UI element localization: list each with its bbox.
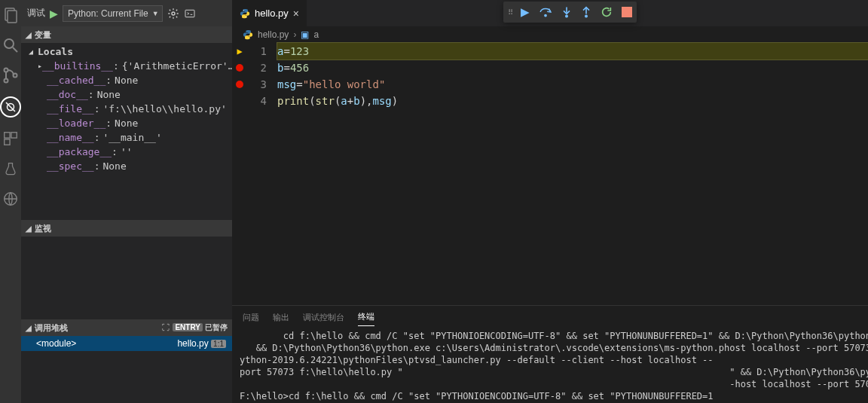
svg-rect-14 bbox=[185, 10, 194, 17]
variables-title: 变量 bbox=[35, 29, 51, 41]
breadcrumb[interactable]: hello.py › ▣ a bbox=[232, 26, 868, 43]
svg-rect-10 bbox=[11, 133, 17, 138]
code-editor[interactable]: ▶1234 a=123b=456msg="hello world"print(s… bbox=[232, 43, 868, 305]
variable-row[interactable]: __name__:'__main__' bbox=[21, 130, 232, 145]
breadcrumb-file: hello.py bbox=[258, 29, 289, 40]
callstack-header[interactable]: ◢调用堆栈⛶ENTRY 已暂停 bbox=[21, 319, 232, 336]
variable-value: None bbox=[102, 160, 126, 172]
restart-button[interactable] bbox=[601, 6, 613, 18]
variable-name: __builtins__ bbox=[42, 60, 113, 72]
svg-point-19 bbox=[585, 15, 587, 17]
line-number: 4 bbox=[247, 93, 277, 109]
variable-value: '' bbox=[121, 146, 133, 157]
sidebar-title: 调试 bbox=[27, 7, 45, 20]
variable-scope[interactable]: ◢ Locals bbox=[21, 44, 232, 59]
breakpoint-gutter[interactable]: ▶ bbox=[232, 43, 247, 60]
gutter: ▶1234 bbox=[232, 43, 277, 305]
svg-line-8 bbox=[6, 102, 15, 111]
tab-hello-py[interactable]: hello.py × bbox=[232, 0, 307, 26]
stop-button[interactable] bbox=[622, 7, 632, 17]
code-line[interactable]: print(str(a+b),msg) bbox=[277, 93, 868, 109]
variable-name: __spec__ bbox=[47, 160, 94, 172]
variable-row[interactable]: __package__:'' bbox=[21, 145, 232, 159]
extensions-icon[interactable] bbox=[2, 130, 20, 148]
panel-tabs: 问题 输出 调试控制台 终端 bbox=[232, 306, 868, 328]
line-number: 3 bbox=[247, 76, 277, 93]
search-icon[interactable] bbox=[2, 36, 20, 54]
python-icon bbox=[243, 29, 253, 40]
variable-value: None bbox=[115, 75, 138, 86]
symbol-icon: ▣ bbox=[301, 29, 309, 40]
remote-icon[interactable] bbox=[2, 190, 20, 208]
terminal-output[interactable]: cd f:\hello && cmd /C "set "PYTHONIOENCO… bbox=[232, 328, 868, 403]
gear-icon[interactable] bbox=[167, 8, 179, 20]
variable-name: __package__ bbox=[47, 146, 112, 157]
tab-terminal[interactable]: 终端 bbox=[358, 308, 374, 326]
start-debug-button[interactable]: ▶ bbox=[50, 8, 58, 20]
svg-point-5 bbox=[5, 79, 8, 83]
svg-rect-20 bbox=[622, 7, 632, 17]
watch-header[interactable]: ◢监视 bbox=[21, 220, 232, 237]
watch-body bbox=[21, 237, 232, 319]
variable-row[interactable]: ▸__builtins__:{'ArithmeticError'… bbox=[21, 59, 232, 73]
code-line[interactable]: b=456 bbox=[277, 60, 868, 76]
explorer-icon[interactable] bbox=[2, 6, 20, 24]
debug-config-select[interactable]: Python: Current File bbox=[63, 5, 163, 22]
variable-name: __file__ bbox=[47, 103, 94, 114]
svg-rect-9 bbox=[5, 133, 10, 138]
code-body: a=123b=456msg="hello world"print(str(a+b… bbox=[277, 43, 868, 305]
variable-value: '__main__' bbox=[102, 132, 161, 143]
breakpoint-gutter[interactable] bbox=[232, 81, 247, 88]
step-over-button[interactable] bbox=[539, 6, 552, 18]
chevron-down-icon: ◢ bbox=[26, 224, 32, 233]
svg-point-21 bbox=[243, 10, 244, 11]
callstack-status: 已暂停 bbox=[205, 323, 228, 331]
breakpoint-icon[interactable] bbox=[236, 81, 243, 88]
drag-handle-icon[interactable]: ⠿ bbox=[508, 8, 512, 17]
tab-debug-console[interactable]: 调试控制台 bbox=[303, 309, 344, 326]
continue-button[interactable]: ▶ bbox=[521, 5, 530, 19]
callstack-title: 调用堆栈 bbox=[35, 323, 68, 332]
variable-row[interactable]: __loader__:None bbox=[21, 116, 232, 130]
test-icon[interactable] bbox=[2, 160, 20, 178]
thread-icon: ⛶ bbox=[162, 323, 170, 331]
svg-point-13 bbox=[172, 12, 175, 15]
activity-bar bbox=[0, 0, 21, 403]
console-icon[interactable] bbox=[184, 8, 196, 20]
debug-toolbar: ⠿ ▶ bbox=[503, 2, 637, 23]
stack-frame[interactable]: <module>hello.py 1:1 bbox=[21, 336, 232, 351]
callstack-section: ◢调用堆栈⛶ENTRY 已暂停<module>hello.py 1:1 bbox=[21, 319, 232, 351]
variable-row[interactable]: __cached__:None bbox=[21, 73, 232, 87]
variable-row[interactable]: __doc__:None bbox=[21, 87, 232, 102]
step-out-button[interactable] bbox=[581, 6, 591, 18]
scm-icon[interactable] bbox=[2, 66, 20, 84]
close-icon[interactable]: × bbox=[293, 8, 299, 20]
variable-row[interactable]: __file__:'f:\\hello\\hello.py' bbox=[21, 102, 232, 116]
variables-header[interactable]: ◢变量 bbox=[21, 26, 232, 43]
variable-row[interactable]: __spec__:None bbox=[21, 159, 232, 173]
svg-point-2 bbox=[5, 39, 14, 48]
breakpoint-icon[interactable] bbox=[236, 64, 243, 72]
variable-value: {'ArithmeticError'… bbox=[122, 60, 232, 72]
variables-section: ◢变量◢ Locals▸__builtins__:{'ArithmeticErr… bbox=[21, 26, 232, 175]
svg-point-7 bbox=[8, 104, 14, 111]
chevron-right-icon: › bbox=[293, 29, 296, 40]
variables-body: ◢ Locals▸__builtins__:{'ArithmeticError'… bbox=[21, 43, 232, 175]
debug-icon[interactable] bbox=[0, 96, 21, 118]
watch-section: ◢监视 bbox=[21, 220, 232, 319]
variable-name: __doc__ bbox=[47, 89, 88, 100]
variable-name: __loader__ bbox=[47, 118, 105, 129]
step-into-button[interactable] bbox=[561, 6, 572, 18]
debug-header: 调试▶Python: Current File bbox=[21, 0, 232, 26]
code-line[interactable]: a=123 bbox=[277, 43, 868, 60]
breakpoint-gutter[interactable] bbox=[232, 64, 247, 72]
svg-point-15 bbox=[545, 14, 546, 16]
variable-value: None bbox=[115, 118, 138, 129]
tab-output[interactable]: 输出 bbox=[273, 309, 289, 326]
svg-point-4 bbox=[5, 69, 8, 72]
tab-problems[interactable]: 问题 bbox=[243, 309, 259, 326]
python-icon bbox=[240, 8, 250, 19]
chevron-down-icon: ◢ bbox=[29, 47, 38, 56]
line-number: 1 bbox=[247, 43, 277, 60]
code-line[interactable]: msg="hello world" bbox=[277, 76, 868, 93]
